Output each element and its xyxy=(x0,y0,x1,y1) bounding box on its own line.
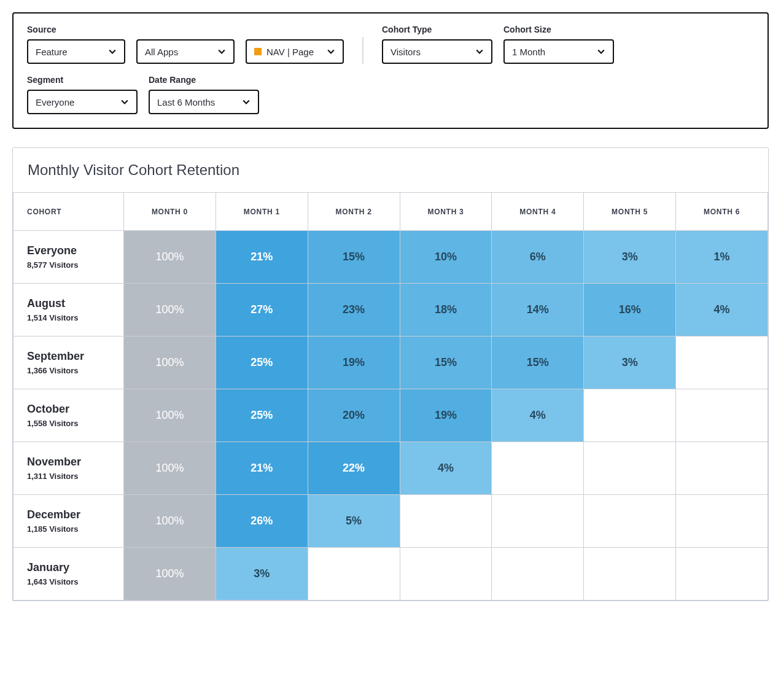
cohort-row-header: November1,311 Visitors xyxy=(14,442,124,495)
retention-cell: 1% xyxy=(676,231,768,284)
empty-cell xyxy=(308,548,400,601)
retention-cell: 4% xyxy=(676,284,768,336)
col-month-5: MONTH 5 xyxy=(584,193,676,231)
cohort-size-select-value: 1 Month xyxy=(512,47,545,57)
cohort-type-label: Cohort Type xyxy=(382,25,492,34)
cohort-visitor-count: 1,514 Visitors xyxy=(27,313,123,322)
table-row: August1,514 Visitors100%27%23%18%14%16%4… xyxy=(14,284,768,336)
month0-cell: 100% xyxy=(124,389,216,442)
apps-select[interactable]: All Apps xyxy=(136,39,235,64)
retention-cell: 25% xyxy=(216,336,308,389)
cohort-size-label: Cohort Size xyxy=(503,25,614,34)
chevron-down-icon xyxy=(108,47,117,56)
chevron-down-icon xyxy=(120,98,129,106)
retention-cell: 22% xyxy=(308,442,400,495)
cohort-row-header: October1,558 Visitors xyxy=(14,389,124,442)
col-month-1: MONTH 1 xyxy=(216,193,308,231)
date-range-select[interactable]: Last 6 Months xyxy=(149,90,259,114)
empty-cell xyxy=(492,495,584,548)
retention-cell: 25% xyxy=(216,389,308,442)
chart-title: Monthly Visitor Cohort Retention xyxy=(13,148,768,192)
cohort-size-select[interactable]: 1 Month xyxy=(503,39,614,64)
empty-cell xyxy=(400,548,492,601)
chevron-down-icon xyxy=(475,47,484,56)
cohort-visitor-count: 1,366 Visitors xyxy=(27,366,123,375)
cohort-table: COHORTMONTH 0MONTH 1MONTH 2MONTH 3MONTH … xyxy=(13,192,768,601)
retention-cell: 20% xyxy=(308,389,400,442)
retention-cell: 10% xyxy=(400,231,492,284)
chevron-down-icon xyxy=(327,47,335,56)
col-month-0: MONTH 0 xyxy=(124,193,216,231)
retention-cell: 19% xyxy=(400,389,492,442)
table-row: September1,366 Visitors100%25%19%15%15%3… xyxy=(14,336,768,389)
cohort-name: August xyxy=(27,297,123,311)
retention-cell: 15% xyxy=(400,336,492,389)
chevron-down-icon xyxy=(217,47,226,56)
empty-cell xyxy=(584,548,676,601)
date-range-group: Date Range Last 6 Months xyxy=(149,75,259,114)
col-month-6: MONTH 6 xyxy=(676,193,768,231)
cohort-row-header: December1,185 Visitors xyxy=(14,495,124,548)
cohort-type-select[interactable]: Visitors xyxy=(382,39,492,64)
cohort-type-group: Cohort Type Visitors xyxy=(382,25,492,64)
empty-cell xyxy=(676,442,768,495)
table-row: January1,643 Visitors100%3% xyxy=(14,548,768,601)
retention-cell: 4% xyxy=(400,442,492,495)
month0-cell: 100% xyxy=(124,442,216,495)
col-month-3: MONTH 3 xyxy=(400,193,492,231)
table-row: December1,185 Visitors100%26%5% xyxy=(14,495,768,548)
empty-cell xyxy=(676,389,768,442)
cohort-visitor-count: 1,643 Visitors xyxy=(27,577,123,586)
cohort-visitor-count: 1,185 Visitors xyxy=(27,524,123,534)
col-cohort: COHORT xyxy=(14,193,124,231)
cohort-name: October xyxy=(27,403,123,416)
date-range-select-value: Last 6 Months xyxy=(157,97,215,107)
segment-select-value: Everyone xyxy=(36,97,74,107)
filters-panel: Source Feature All Apps NAV | Page xyxy=(12,12,769,129)
segment-label: Segment xyxy=(27,75,138,85)
col-month-4: MONTH 4 xyxy=(492,193,584,231)
retention-cell: 21% xyxy=(216,231,308,284)
retention-cell: 15% xyxy=(308,231,400,284)
cohort-row-header: January1,643 Visitors xyxy=(14,548,124,601)
empty-cell xyxy=(584,442,676,495)
retention-cell: 14% xyxy=(492,284,584,336)
cohort-chart-panel: Monthly Visitor Cohort Retention COHORTM… xyxy=(12,147,769,601)
cohort-visitor-count: 8,577 Visitors xyxy=(27,260,123,270)
cohort-name: January xyxy=(27,561,123,575)
segment-group: Segment Everyone xyxy=(27,75,138,114)
retention-cell: 5% xyxy=(308,495,400,548)
col-month-2: MONTH 2 xyxy=(308,193,400,231)
cohort-type-select-value: Visitors xyxy=(390,47,421,57)
month0-cell: 100% xyxy=(124,336,216,389)
cohort-visitor-count: 1,311 Visitors xyxy=(27,472,123,481)
cohort-row-header: September1,366 Visitors xyxy=(14,336,124,389)
empty-cell xyxy=(492,442,584,495)
empty-cell xyxy=(400,495,492,548)
retention-cell: 27% xyxy=(216,284,308,336)
retention-cell: 18% xyxy=(400,284,492,336)
source-select[interactable]: Feature xyxy=(27,39,125,64)
retention-cell: 6% xyxy=(492,231,584,284)
table-row: November1,311 Visitors100%21%22%4% xyxy=(14,442,768,495)
month0-cell: 100% xyxy=(124,495,216,548)
cohort-name: November xyxy=(27,456,123,469)
source-group: Source Feature All Apps NAV | Page xyxy=(27,25,344,64)
month0-cell: 100% xyxy=(124,548,216,601)
cohort-name: September xyxy=(27,350,123,364)
filters-row-2: Segment Everyone Date Range Last 6 Month… xyxy=(27,75,754,114)
segment-select[interactable]: Everyone xyxy=(27,90,138,114)
cohort-visitor-count: 1,558 Visitors xyxy=(27,419,123,428)
cohort-row-header: August1,514 Visitors xyxy=(14,284,124,336)
cohort-name: December xyxy=(27,508,123,522)
page-select[interactable]: NAV | Page xyxy=(246,39,344,64)
retention-cell: 19% xyxy=(308,336,400,389)
month0-cell: 100% xyxy=(124,231,216,284)
cohort-size-group: Cohort Size 1 Month xyxy=(503,25,614,64)
empty-cell xyxy=(676,548,768,601)
cohort-row-header: Everyone8,577 Visitors xyxy=(14,231,124,284)
retention-cell: 3% xyxy=(216,548,308,601)
date-range-label: Date Range xyxy=(149,75,259,85)
retention-cell: 4% xyxy=(492,389,584,442)
empty-cell xyxy=(492,548,584,601)
